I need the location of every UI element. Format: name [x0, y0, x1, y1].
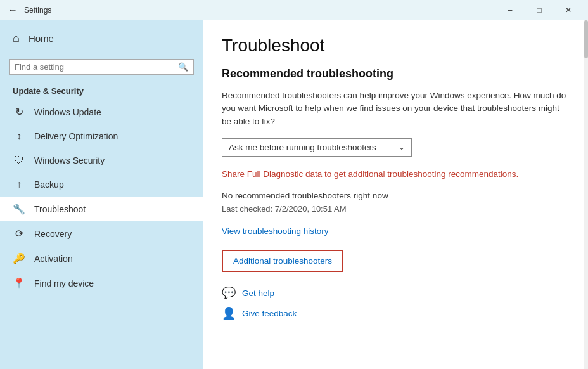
sidebar-item-label-backup: Backup	[34, 179, 64, 190]
give-feedback-item[interactable]: 👤 Give feedback	[222, 306, 569, 320]
get-help-item[interactable]: 💬 Get help	[222, 286, 569, 300]
search-icon[interactable]: 🔍	[178, 62, 188, 72]
sidebar: ⌂ Home 🔍 Update & Security ↻ Windows Upd…	[0, 20, 203, 369]
sidebar-item-label-windows-security: Windows Security	[34, 155, 105, 165]
troubleshoot-dropdown[interactable]: Ask me before running troubleshooters ⌄	[222, 138, 412, 157]
sidebar-item-label-troubleshoot: Troubleshoot	[34, 204, 86, 214]
titlebar-left: ← Settings	[8, 4, 51, 16]
minimize-button[interactable]: –	[495, 0, 525, 20]
sidebar-item-backup[interactable]: ↑ Backup	[0, 172, 203, 197]
titlebar-controls: – □ ✕	[495, 0, 583, 20]
page-title: Troubleshoot	[222, 36, 569, 56]
sidebar-item-recovery[interactable]: ⟳ Recovery	[0, 221, 203, 246]
no-troubleshooters-text: No recommended troubleshooters right now	[222, 191, 569, 200]
footer-links: 💬 Get help 👤 Give feedback	[222, 286, 569, 320]
scrollbar-track[interactable]	[584, 20, 588, 369]
activation-icon: 🔑	[13, 252, 25, 264]
sidebar-item-troubleshoot[interactable]: 🔧 Troubleshoot	[0, 197, 203, 221]
section-title: Recommended troubleshooting	[222, 67, 569, 81]
titlebar-title: Settings	[24, 6, 51, 15]
sidebar-item-delivery-optimization[interactable]: ↕ Delivery Optimization	[0, 124, 203, 148]
search-input[interactable]	[15, 62, 178, 72]
get-help-icon: 💬	[222, 286, 236, 300]
sidebar-item-label-find-my-device: Find my device	[34, 278, 94, 288]
sidebar-item-label-activation: Activation	[34, 254, 73, 264]
main-container: ⌂ Home 🔍 Update & Security ↻ Windows Upd…	[0, 20, 588, 369]
sidebar-item-windows-security[interactable]: 🛡 Windows Security	[0, 148, 203, 172]
delivery-optimization-icon: ↕	[13, 131, 25, 142]
scrollbar-thumb[interactable]	[584, 20, 588, 58]
sidebar-item-label-recovery: Recovery	[34, 229, 72, 239]
sidebar-item-label-delivery-optimization: Delivery Optimization	[34, 131, 118, 141]
windows-security-icon: 🛡	[13, 155, 25, 166]
troubleshoot-icon: 🔧	[13, 203, 25, 215]
home-label: Home	[29, 33, 54, 44]
chevron-down-icon: ⌄	[399, 143, 405, 152]
find-my-device-icon: 📍	[13, 277, 25, 289]
sidebar-item-windows-update[interactable]: ↻ Windows Update	[0, 100, 203, 124]
search-box[interactable]: 🔍	[9, 59, 194, 75]
sidebar-item-activation[interactable]: 🔑 Activation	[0, 246, 203, 271]
additional-troubleshooters-btn[interactable]: Additional troubleshooters	[222, 250, 343, 272]
give-feedback-icon: 👤	[222, 306, 236, 320]
back-button[interactable]: ←	[8, 4, 18, 16]
share-diagnostic-link[interactable]: Share Full Diagnostic data to get additi…	[222, 168, 569, 181]
content-area: Troubleshoot Recommended troubleshooting…	[203, 20, 588, 369]
give-feedback-label: Give feedback	[242, 309, 297, 318]
recovery-icon: ⟳	[13, 228, 25, 240]
titlebar: ← Settings – □ ✕	[0, 0, 588, 20]
close-button[interactable]: ✕	[554, 0, 583, 20]
home-icon: ⌂	[13, 32, 20, 45]
description-text: Recommended troubleshooters can help imp…	[222, 89, 569, 128]
dropdown-value: Ask me before running troubleshooters	[229, 143, 376, 152]
sidebar-item-home[interactable]: ⌂ Home	[0, 20, 203, 56]
sidebar-item-label-windows-update: Windows Update	[34, 107, 101, 117]
sidebar-section-label: Update & Security	[0, 81, 203, 100]
windows-update-icon: ↻	[13, 106, 25, 118]
maximize-button[interactable]: □	[525, 0, 554, 20]
get-help-label: Get help	[242, 288, 274, 298]
sidebar-item-find-my-device[interactable]: 📍 Find my device	[0, 271, 203, 295]
backup-icon: ↑	[13, 179, 25, 190]
view-history-link[interactable]: View troubleshooting history	[222, 226, 569, 236]
last-checked-text: Last checked: 7/2/2020, 10:51 AM	[222, 204, 569, 214]
